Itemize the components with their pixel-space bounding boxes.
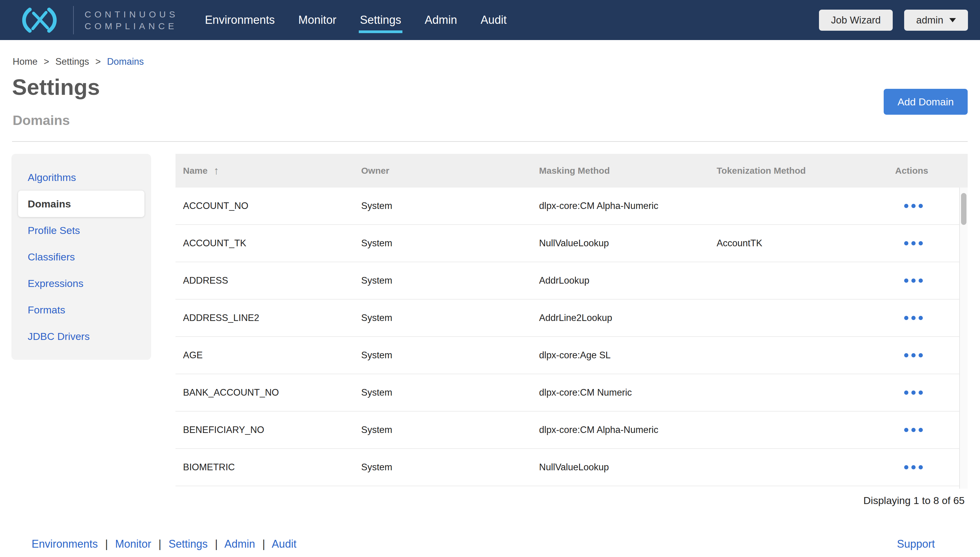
cell-owner: System — [354, 275, 531, 286]
table-row: ACCOUNT_TK System NullValueLookup Accoun… — [176, 225, 959, 262]
row-actions-button[interactable] — [887, 374, 959, 411]
sidebar-item-classifiers[interactable]: Classifiers — [18, 244, 145, 270]
table-row: BANK_ACCOUNT_NO System dlpx-core:CM Nume… — [176, 374, 959, 412]
breadcrumb-domains[interactable]: Domains — [107, 56, 143, 67]
ellipsis-icon — [904, 241, 908, 245]
sidebar-item-formats[interactable]: Formats — [18, 296, 145, 323]
user-menu-button[interactable]: admin — [904, 10, 968, 31]
cell-name: AGE — [176, 350, 354, 361]
row-actions-button[interactable] — [887, 412, 959, 448]
cell-owner: System — [354, 313, 531, 323]
row-actions-button[interactable] — [887, 262, 959, 299]
domains-table: Name ↑ Owner Masking Method Tokenization… — [176, 154, 968, 489]
cell-masking-method: dlpx-core:CM Alpha-Numeric — [531, 425, 709, 435]
pagination-status: Displaying 1 to 8 of 65 — [176, 495, 968, 507]
cell-owner: System — [354, 238, 531, 249]
footer-link-admin[interactable]: Admin — [224, 538, 255, 550]
ellipsis-icon — [904, 353, 908, 357]
brand-wordmark-line2: COMPLIANCE — [85, 20, 179, 32]
sidebar-item-jdbc-drivers[interactable]: JDBC Drivers — [18, 323, 145, 350]
nav-item-audit[interactable]: Audit — [481, 13, 507, 26]
cell-owner: System — [354, 387, 531, 398]
breadcrumb-separator: > — [44, 56, 49, 67]
sidebar-item-algorithms[interactable]: Algorithms — [18, 164, 145, 191]
job-wizard-button[interactable]: Job Wizard — [819, 10, 893, 31]
ellipsis-icon — [904, 278, 908, 283]
page-footer: Environments | Monitor | Settings | Admi… — [32, 538, 935, 550]
nav-item-monitor[interactable]: Monitor — [298, 13, 336, 26]
footer-link-audit[interactable]: Audit — [272, 538, 296, 550]
table-header-row: Name ↑ Owner Masking Method Tokenization… — [176, 154, 968, 187]
breadcrumb: Home > Settings > Domains — [13, 56, 980, 68]
sidebar-item-domains[interactable]: Domains — [18, 191, 145, 217]
row-actions-button[interactable] — [887, 337, 959, 374]
user-menu-label: admin — [916, 15, 943, 26]
job-wizard-label: Job Wizard — [831, 15, 881, 26]
main-area: Algorithms Domains Profile Sets Classifi… — [0, 154, 980, 507]
row-actions-button[interactable] — [887, 187, 959, 224]
cell-name: ACCOUNT_TK — [176, 238, 354, 249]
table-row: BENEFICIARY_NO System dlpx-core:CM Alpha… — [176, 412, 959, 449]
cell-owner: System — [354, 350, 531, 361]
nav-item-environments[interactable]: Environments — [205, 13, 275, 26]
cell-name: BANK_ACCOUNT_NO — [176, 387, 354, 398]
footer-link-monitor[interactable]: Monitor — [115, 538, 151, 550]
ellipsis-icon — [904, 428, 908, 432]
cell-masking-method: AddrLookup — [531, 275, 709, 286]
table-scrollbar-thumb[interactable] — [961, 193, 967, 225]
brand-logo[interactable]: CONTINUOUS COMPLIANCE — [16, 6, 179, 35]
breadcrumb-settings[interactable]: Settings — [55, 56, 89, 67]
cell-name: ADDRESS — [176, 275, 354, 286]
nav-item-settings[interactable]: Settings — [360, 13, 401, 26]
table-row: ADDRESS System AddrLookup — [176, 262, 959, 300]
ellipsis-icon — [904, 204, 908, 208]
table-row: AGE System dlpx-core:Age SL — [176, 337, 959, 374]
column-header-tokenization-method[interactable]: Tokenization Method — [709, 166, 887, 176]
footer-link-support[interactable]: Support — [897, 538, 935, 550]
sort-asc-icon: ↑ — [214, 164, 219, 177]
row-actions-button[interactable] — [887, 225, 959, 262]
footer-link-settings[interactable]: Settings — [169, 538, 208, 550]
cell-name: BIOMETRIC — [176, 462, 354, 473]
table-row: ACCOUNT_NO System dlpx-core:CM Alpha-Num… — [176, 187, 959, 225]
cell-masking-method: dlpx-core:CM Alpha-Numeric — [531, 200, 709, 211]
brand-logo-icon — [16, 6, 62, 35]
cell-owner: System — [354, 425, 531, 435]
footer-links: Environments | Monitor | Settings | Admi… — [32, 538, 296, 550]
breadcrumb-separator: > — [96, 56, 101, 67]
breadcrumb-home[interactable]: Home — [13, 56, 37, 67]
footer-separator: | — [105, 538, 108, 550]
cell-owner: System — [354, 200, 531, 211]
brand-divider — [73, 6, 74, 34]
footer-separator: | — [159, 538, 161, 550]
cell-masking-method: dlpx-core:CM Numeric — [531, 387, 709, 398]
column-header-owner[interactable]: Owner — [354, 166, 531, 176]
domains-content: Name ↑ Owner Masking Method Tokenization… — [176, 154, 968, 507]
row-actions-button[interactable] — [887, 300, 959, 336]
cell-name: ACCOUNT_NO — [176, 200, 354, 211]
column-header-masking-method[interactable]: Masking Method — [531, 166, 709, 176]
column-header-tokenization-method-label: Tokenization Method — [717, 166, 806, 176]
add-domain-button[interactable]: Add Domain — [884, 89, 968, 115]
page-subtitle: Domains — [13, 112, 980, 129]
column-header-actions-label: Actions — [895, 166, 928, 176]
column-header-owner-label: Owner — [361, 166, 389, 176]
settings-sidebar: Algorithms Domains Profile Sets Classifi… — [11, 154, 151, 360]
footer-separator: | — [262, 538, 265, 550]
nav-item-admin[interactable]: Admin — [425, 13, 457, 26]
sidebar-item-profile-sets[interactable]: Profile Sets — [18, 217, 145, 244]
ellipsis-icon — [904, 391, 908, 395]
column-header-name[interactable]: Name ↑ — [176, 164, 354, 177]
row-actions-button[interactable] — [887, 449, 959, 485]
cell-masking-method: NullValueLookup — [531, 462, 709, 473]
ellipsis-icon — [904, 316, 908, 320]
cell-name: BENEFICIARY_NO — [176, 425, 354, 435]
cell-name: ADDRESS_LINE2 — [176, 313, 354, 323]
table-row: ADDRESS_LINE2 System AddrLine2Lookup — [176, 300, 959, 337]
footer-link-environments[interactable]: Environments — [32, 538, 98, 550]
column-header-masking-method-label: Masking Method — [539, 166, 610, 176]
sidebar-item-expressions[interactable]: Expressions — [18, 270, 145, 296]
table-scrollbar-track[interactable] — [959, 187, 968, 489]
cell-masking-method: AddrLine2Lookup — [531, 313, 709, 323]
footer-separator: | — [215, 538, 218, 550]
